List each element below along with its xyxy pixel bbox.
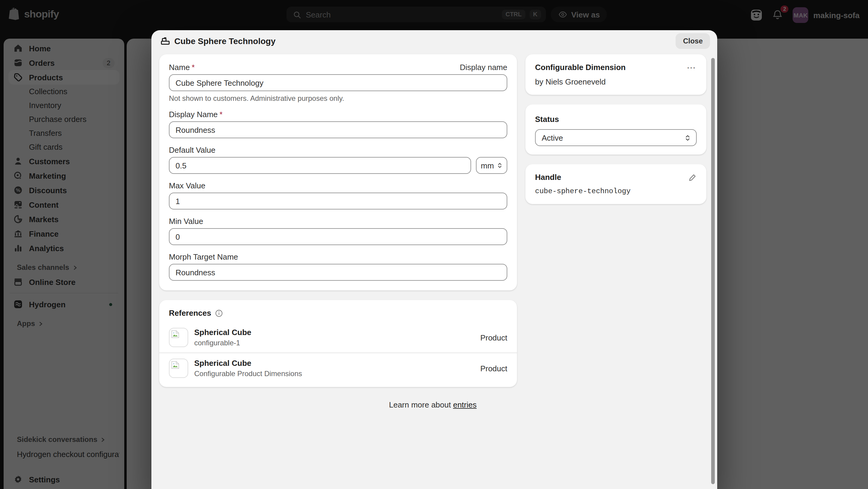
footer-text: Learn more about	[389, 400, 453, 409]
unit-select[interactable]: mm	[476, 157, 507, 174]
reference-row[interactable]: Spherical Cube Configurable Product Dime…	[159, 353, 517, 383]
name-field-group: Name * Display name Not shown to custome…	[169, 63, 507, 103]
modal-header: Cube Sphere Technology Close	[151, 30, 717, 52]
info-icon[interactable]	[215, 309, 223, 317]
status-label: Status	[535, 115, 697, 124]
modal-body: Name * Display name Not shown to custome…	[151, 52, 717, 489]
status-value: Active	[542, 133, 563, 142]
reference-title: Spherical Cube	[194, 358, 302, 368]
status-select[interactable]: Active	[535, 129, 697, 146]
display-name-label: Display Name	[169, 110, 218, 119]
reference-row[interactable]: Spherical Cube configurable-1 Product	[159, 322, 517, 352]
default-value-field-group: Default Value mm	[169, 145, 507, 174]
modal-title-group: Cube Sphere Technology	[160, 36, 276, 46]
morph-target-field-group: Morph Target Name	[169, 252, 507, 281]
max-value-input[interactable]	[169, 193, 507, 209]
modal-title: Cube Sphere Technology	[174, 36, 276, 46]
max-value-field-group: Max Value	[169, 181, 507, 209]
broken-image-thumbnail	[169, 328, 188, 347]
modal-scrollbar[interactable]	[711, 58, 715, 484]
reference-title: Spherical Cube	[194, 328, 251, 337]
app-window: shopify Search CTRL K View as 2	[0, 0, 868, 489]
min-value-field-group: Min Value	[169, 217, 507, 245]
display-name-field-group: Display Name *	[169, 110, 507, 138]
entry-modal: Cube Sphere Technology Close Name * Disp…	[151, 30, 717, 489]
close-button[interactable]: Close	[676, 33, 710, 49]
max-value-label: Max Value	[169, 181, 206, 190]
entries-link[interactable]: entries	[453, 400, 476, 409]
unit-value: mm	[481, 161, 494, 170]
reference-subtitle: Configurable Product Dimensions	[194, 370, 302, 378]
modal-main-column: Name * Display name Not shown to custome…	[159, 54, 517, 387]
required-asterisk: *	[220, 110, 223, 119]
broken-image-thumbnail	[169, 358, 188, 378]
morph-target-input[interactable]	[169, 264, 507, 281]
handle-card: Handle cube-sphere-technology	[525, 164, 706, 204]
modal-footer: Learn more about entries	[159, 400, 706, 409]
references-card: References Spherical Cube configu	[159, 300, 517, 387]
status-card: Status Active	[525, 105, 706, 154]
select-chevrons-icon	[497, 162, 502, 169]
handle-value: cube-sphere-technology	[535, 187, 697, 196]
definition-title: Configurable Dimension	[535, 63, 625, 72]
modal-aside-column: Configurable Dimension ⋯ by Niels Groene…	[525, 54, 706, 214]
min-value-label: Min Value	[169, 217, 203, 226]
display-name-input[interactable]	[169, 121, 507, 138]
select-chevrons-icon	[685, 134, 691, 142]
display-name-action[interactable]: Display name	[460, 63, 507, 72]
metaobject-blocks-icon	[160, 36, 170, 46]
min-value-input[interactable]	[169, 228, 507, 245]
handle-label: Handle	[535, 173, 561, 182]
definition-card: Configurable Dimension ⋯ by Niels Groene…	[525, 54, 706, 95]
more-actions-icon[interactable]: ⋯	[687, 64, 697, 70]
reference-type: Product	[480, 364, 507, 373]
reference-subtitle: configurable-1	[194, 339, 251, 347]
default-value-input[interactable]	[169, 157, 471, 174]
default-value-label: Default Value	[169, 145, 215, 154]
name-label: Name	[169, 63, 190, 72]
definition-byline: by Niels Groeneveld	[535, 77, 697, 86]
name-input[interactable]	[169, 74, 507, 91]
edit-pencil-icon[interactable]	[688, 173, 697, 181]
fields-card: Name * Display name Not shown to custome…	[159, 54, 517, 290]
morph-target-label: Morph Target Name	[169, 252, 238, 261]
required-asterisk: *	[191, 63, 194, 72]
name-help-text: Not shown to customers. Administrative p…	[169, 94, 507, 103]
references-heading: References	[169, 309, 211, 318]
reference-type: Product	[480, 333, 507, 342]
